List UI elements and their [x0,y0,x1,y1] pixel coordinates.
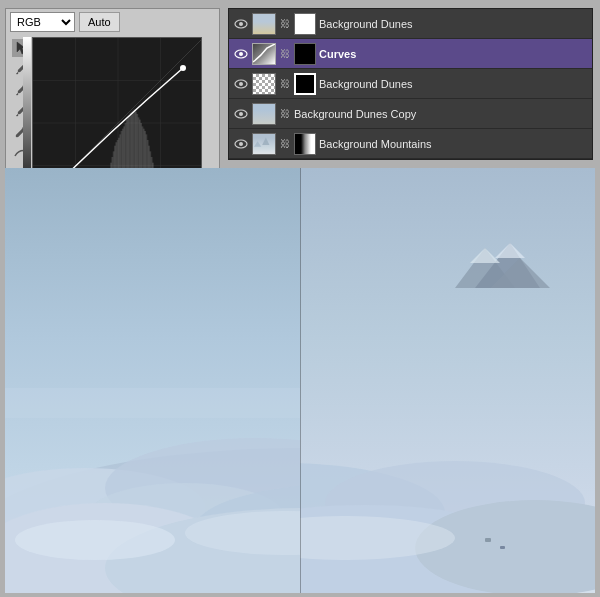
chain-icon: ⛓ [279,138,291,150]
layer-row[interactable]: ⛓ Background Dunes [229,69,592,99]
canvas-area [5,168,595,593]
layer-mask-thumbnail [294,13,316,35]
svg-rect-40 [500,546,505,549]
layer-mask-thumbnail [294,133,316,155]
eye-icon[interactable] [233,46,249,62]
curves-toolbar: RGB Red Green Blue Auto [6,9,219,35]
layers-panel: ⛓ Background Dunes ⛓ Curves [228,8,593,160]
layer-name: Curves [319,48,588,60]
chain-icon: ⛓ [279,48,291,60]
layer-thumbnail [252,103,276,125]
layer-mask-thumbnail [294,73,316,95]
layer-name: Background Mountains [319,138,588,150]
svg-point-4 [239,52,243,56]
layer-thumbnail [252,73,276,95]
eye-icon[interactable] [233,106,249,122]
svg-marker-12 [254,141,261,147]
canvas-image [5,168,595,593]
svg-point-2 [239,22,243,26]
layer-row[interactable]: ⛓ Background Dunes Copy [229,99,592,129]
layer-name: Background Dunes Copy [294,108,588,120]
auto-button[interactable]: Auto [79,12,120,32]
layer-name: Background Dunes [319,78,588,90]
layer-thumbnail [252,13,276,35]
chain-icon: ⛓ [279,108,291,120]
layer-thumbnail [252,43,276,65]
layer-name: Background Dunes [319,18,588,30]
layer-row[interactable]: ⛓ Background Mountains [229,129,592,159]
svg-point-10 [239,142,243,146]
eye-icon[interactable] [233,76,249,92]
svg-marker-11 [262,137,269,144]
eye-icon[interactable] [233,16,249,32]
svg-point-22 [15,520,175,560]
right-scene-svg [300,168,595,593]
right-canvas-half [300,168,595,593]
layer-thumbnail [252,133,276,155]
eye-icon[interactable] [233,136,249,152]
svg-point-6 [239,82,243,86]
layer-row[interactable]: ⛓ Background Dunes [229,9,592,39]
left-canvas-half [5,168,300,593]
layer-row-curves[interactable]: ⛓ Curves [229,39,592,69]
canvas-divider [300,168,301,593]
chain-icon: ⛓ [279,78,291,90]
channel-select[interactable]: RGB Red Green Blue [10,12,75,32]
svg-point-8 [239,112,243,116]
svg-rect-39 [485,538,491,542]
layer-mask-thumbnail [294,43,316,65]
chain-icon: ⛓ [279,18,291,30]
svg-rect-24 [5,388,300,418]
left-scene-svg [5,168,300,593]
